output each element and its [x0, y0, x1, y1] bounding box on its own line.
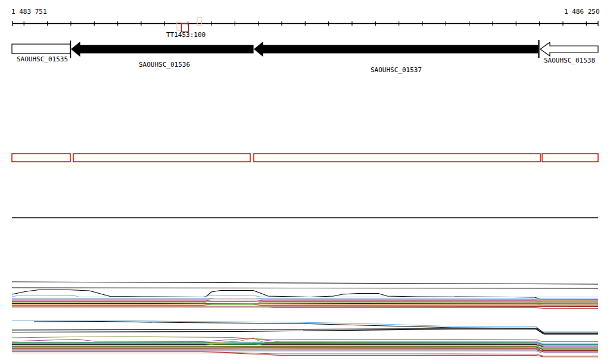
feature-track-box-1[interactable] [73, 154, 250, 162]
tt-feature-box-main[interactable] [182, 24, 189, 32]
profile-line-top-skyblue-2 [12, 298, 598, 299]
tt-feature-box-pale-right[interactable] [197, 17, 201, 26]
profile-line-top-orange [12, 304, 598, 306]
profile-line-top-skyblue-1 [12, 295, 598, 297]
profile-line-top-darkred [12, 306, 598, 307]
profile-line-mid-black-1 [34, 322, 598, 334]
profile-line-top-brown [12, 300, 598, 301]
genome-browser-canvas [0, 0, 610, 364]
profile-line-top-black-seg [12, 304, 598, 304]
profile-line-top-black-flat-2 [12, 288, 598, 288]
feature-track-box-0[interactable] [12, 154, 70, 162]
profile-line-top-crimson [12, 307, 598, 309]
gene-arrow-SAOUHSC_01535[interactable] [12, 44, 70, 54]
feature-track-box-3[interactable] [542, 154, 598, 162]
feature-track-box-2[interactable] [254, 154, 540, 162]
profile-line-top-black-flat-1 [12, 282, 598, 284]
genome-browser-view: 1 483 751 1 486 250 TT1453:100 SAOUHSC_0… [0, 0, 610, 364]
gene-arrow-SAOUHSC_01536[interactable] [71, 42, 253, 56]
profile-line-top-purple [12, 302, 598, 303]
gene-arrow-SAOUHSC_01537[interactable] [254, 42, 538, 56]
gene-arrow-SAOUHSC_01538[interactable] [540, 42, 598, 56]
